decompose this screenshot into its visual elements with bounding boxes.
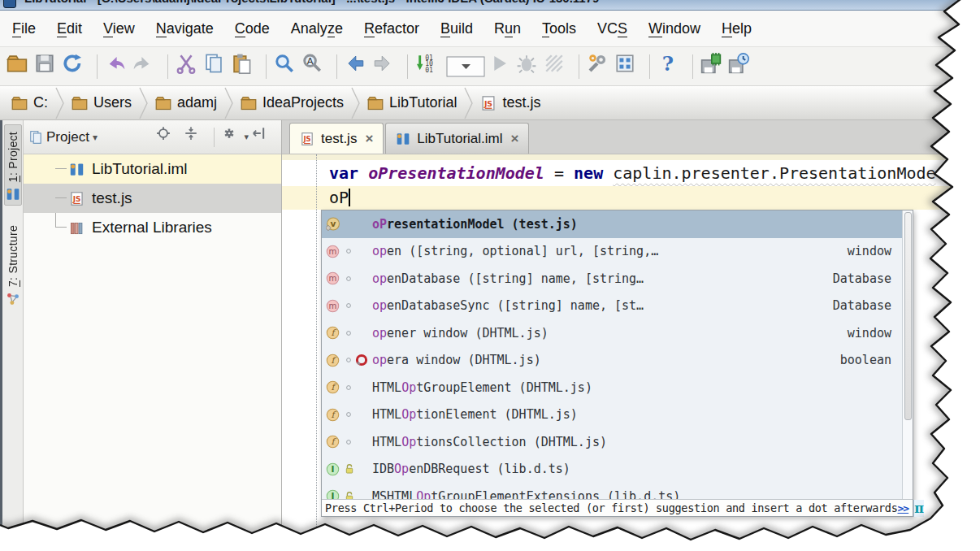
method-icon: m xyxy=(326,299,340,313)
completion-item[interactable]: mopen ([string, optional] url, [string,…… xyxy=(322,238,913,266)
close-icon[interactable]: × xyxy=(510,131,521,147)
breadcrumb: C:UsersadamjIdeaProjectsLibTutorialJStes… xyxy=(0,86,980,120)
completion-item[interactable]: fHTMLOptionElement (DHTML.js) xyxy=(322,401,913,429)
completion-item[interactable]: IMSHTMLOptGroupElementExtensions (lib.d.… xyxy=(322,483,913,499)
toolwindow-tab-project[interactable]: 1: Project xyxy=(4,124,22,206)
breadcrumb-users[interactable]: Users xyxy=(65,94,138,111)
editor-tab-test-js[interactable]: JStest.js× xyxy=(289,123,384,154)
main-area: 1: Project7: Structure Project ▾ ▾ LibTu… xyxy=(0,120,980,551)
code-token: oPresentationModel xyxy=(368,163,544,183)
folder-icon xyxy=(367,95,384,111)
menu-run[interactable]: Run xyxy=(483,20,531,37)
copy-icon[interactable] xyxy=(203,53,224,74)
project-structure-icon[interactable] xyxy=(614,53,635,74)
menu-help[interactable]: Help xyxy=(711,20,762,37)
completion-item[interactable]: fHTMLOptGroupElement (DHTML.js) xyxy=(322,374,913,401)
hint-text: Press Ctrl+Period to choose the selected… xyxy=(325,501,898,514)
code-token: caplin.presenter.PresentationMode xyxy=(613,163,935,183)
settings-icon[interactable] xyxy=(587,53,608,74)
code-line-2: oP xyxy=(282,186,980,210)
update-icon[interactable]: 011001 xyxy=(415,53,436,74)
replace-icon[interactable]: A xyxy=(301,53,323,74)
breadcrumb-c[interactable]: C: xyxy=(5,94,54,111)
visibility-icon xyxy=(344,328,353,338)
completion-item[interactable]: fopener window (DHTML.js)window xyxy=(322,319,913,347)
menu-navigate[interactable]: Navigate xyxy=(145,20,224,37)
coverage-icon[interactable] xyxy=(544,53,565,74)
breadcrumb-adamj[interactable]: adamj xyxy=(149,94,223,111)
menu-view[interactable]: View xyxy=(93,20,145,37)
visibility-icon xyxy=(344,410,353,419)
completion-item[interactable]: mopenDatabase ([string] name, [string…Da… xyxy=(322,265,913,293)
window-title: LibTutorial - [C:\Users\adamj\IdeaProjec… xyxy=(24,0,599,5)
menu-file[interactable]: File xyxy=(2,20,46,37)
js-file-icon: JS xyxy=(69,191,85,206)
hide-panel-icon[interactable] xyxy=(251,126,266,141)
completion-item[interactable]: IIDBOpenDBRequest (lib.d.ts) xyxy=(322,456,913,484)
visibility-icon xyxy=(344,301,353,310)
save-plugin-icon[interactable] xyxy=(700,53,722,74)
menu-analyze[interactable]: Analyze xyxy=(280,20,353,37)
svg-text:I: I xyxy=(332,464,335,475)
menu-vcs[interactable]: VCS xyxy=(587,20,638,37)
cut-icon[interactable] xyxy=(176,53,197,74)
sync-icon[interactable] xyxy=(62,53,83,74)
menu-window[interactable]: Window xyxy=(638,20,711,37)
chevron-down-icon: ▾ xyxy=(244,132,249,142)
editor-body[interactable]: var oPresentationModel = new caplin.pres… xyxy=(282,154,980,551)
debug-icon[interactable] xyxy=(516,53,537,74)
header-separator xyxy=(214,128,215,147)
forward-icon[interactable] xyxy=(372,53,393,74)
editor-area: JStest.js×LibTutorial.iml× var oPresenta… xyxy=(282,120,980,551)
popup-scrollbar-thumb[interactable] xyxy=(904,212,912,420)
save-history-icon[interactable] xyxy=(728,53,749,74)
completion-item[interactable]: voPresentationModel (test.js) xyxy=(322,210,913,238)
toolbar-separator xyxy=(649,54,650,79)
collapse-all-icon[interactable] xyxy=(184,126,198,141)
menu-code[interactable]: Code xyxy=(224,20,280,37)
breadcrumb-chevron-icon xyxy=(138,87,149,119)
project-panel-title[interactable]: Project ▾ xyxy=(28,129,98,145)
function-icon: f xyxy=(326,354,340,367)
breadcrumb-libtutorial[interactable]: LibTutorial xyxy=(361,94,463,111)
function-icon: f xyxy=(326,380,340,394)
tree-item-libtutorial-iml[interactable]: LibTutorial.iml xyxy=(24,154,281,184)
popup-scrollbar[interactable] xyxy=(902,210,913,499)
menu-refactor[interactable]: Refactor xyxy=(353,20,430,37)
breadcrumb-chevron-icon xyxy=(54,87,65,119)
toolbar-separator xyxy=(336,54,337,79)
tab-underline-strip xyxy=(282,154,980,160)
save-icon[interactable] xyxy=(34,53,55,74)
editor-tab-libtutorial-iml[interactable]: LibTutorial.iml× xyxy=(385,123,529,154)
undo-icon[interactable] xyxy=(105,53,126,74)
gear-icon[interactable] xyxy=(222,126,236,141)
menu-edit[interactable]: Edit xyxy=(46,20,93,37)
title-bar[interactable]: LibTutorial - [C:\Users\adamj\IdeaProjec… xyxy=(0,0,980,11)
redo-icon[interactable] xyxy=(132,53,154,74)
completion-item[interactable]: fopera window (DHTML.js)boolean xyxy=(322,347,913,375)
run-configuration-combo[interactable] xyxy=(446,56,485,77)
paste-icon[interactable] xyxy=(231,53,252,74)
menu-build[interactable]: Build xyxy=(430,20,483,37)
tree-item-test-js[interactable]: JStest.js xyxy=(24,184,281,213)
completion-item[interactable]: mopenDatabaseSync ([string] name, [st…Da… xyxy=(322,293,913,320)
back-icon[interactable] xyxy=(345,53,366,74)
open-folder-icon[interactable] xyxy=(7,53,28,74)
menu-tools[interactable]: Tools xyxy=(531,20,587,37)
breadcrumb-testjs[interactable]: JStest.js xyxy=(474,94,547,111)
completion-item[interactable]: fHTMLOptionsCollection (DHTML.js) xyxy=(322,428,913,456)
breadcrumb-chevron-icon xyxy=(463,87,474,119)
find-icon[interactable] xyxy=(274,53,295,74)
more-suggestions-link[interactable]: >> xyxy=(898,502,909,514)
function-icon: f xyxy=(326,326,340,340)
tree-item-external-libraries[interactable]: External Libraries xyxy=(24,213,281,242)
breadcrumb-ideaprojects[interactable]: IdeaProjects xyxy=(234,94,350,111)
run-icon[interactable] xyxy=(488,53,510,74)
case-sensitivity-indicator[interactable]: π xyxy=(913,500,924,517)
help-icon[interactable]: ? xyxy=(657,53,679,74)
close-icon[interactable]: × xyxy=(363,131,375,147)
toolwindow-tab-structure[interactable]: 7: Structure xyxy=(5,219,21,310)
breadcrumb-chevron-icon xyxy=(350,87,361,119)
locate-icon[interactable] xyxy=(156,126,171,141)
code-token xyxy=(603,163,613,183)
